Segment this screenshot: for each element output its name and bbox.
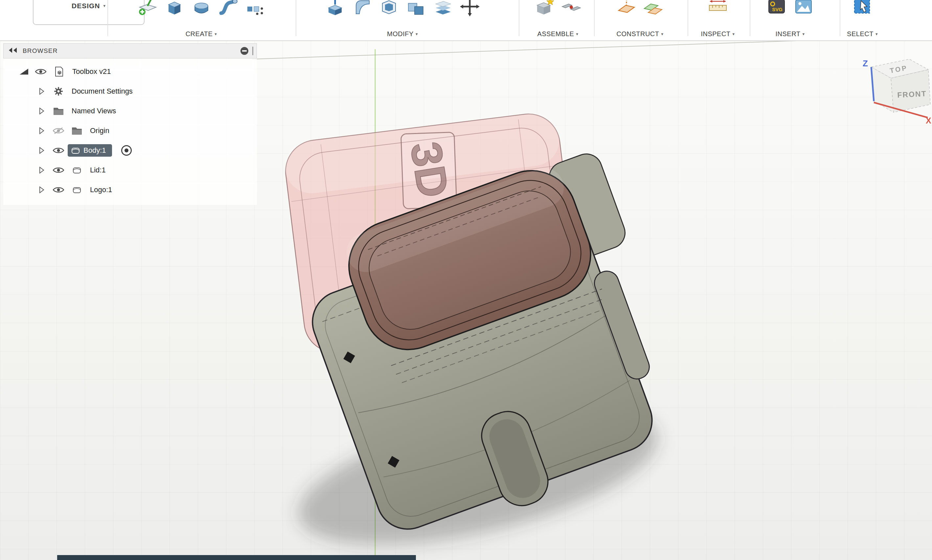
- extrude-icon[interactable]: [164, 0, 185, 18]
- browser-panel: BROWSER Toolbox v21: [3, 43, 257, 205]
- top-toolbar: DESIGN ▾: [0, 0, 932, 41]
- joint-icon[interactable]: [561, 0, 582, 18]
- toolbar-group-select: SELECT▾: [845, 0, 880, 40]
- chevron-down-icon: ▾: [733, 32, 735, 37]
- browser-tree: Toolbox v21 Document Settings: [3, 58, 257, 205]
- toolbar-divider: [108, 0, 108, 36]
- toolbar-divider: [594, 0, 595, 36]
- expand-arrow-icon[interactable]: [36, 108, 47, 115]
- shell-icon[interactable]: [378, 0, 400, 18]
- construct-menu-button[interactable]: CONSTRUCT▾: [602, 30, 678, 38]
- expand-arrow-icon[interactable]: [36, 127, 47, 134]
- grid-horizon-line: [252, 40, 932, 59]
- visibility-eye-icon[interactable]: [34, 68, 48, 75]
- draft-icon[interactable]: [432, 0, 453, 18]
- visibility-eye-icon[interactable]: [51, 186, 66, 194]
- browser-item-label: Named Views: [72, 107, 116, 115]
- browser-item-body-1[interactable]: Body:1: [3, 141, 257, 160]
- measure-icon[interactable]: [707, 0, 728, 18]
- gear-icon: [51, 86, 66, 96]
- design-menu-label: DESIGN: [72, 2, 100, 10]
- move-copy-icon[interactable]: [459, 0, 480, 18]
- toolbar-divider: [840, 0, 840, 36]
- browser-item-named-views[interactable]: Named Views: [3, 101, 257, 121]
- browser-item-logo-1[interactable]: Logo:1: [3, 180, 257, 200]
- modify-menu-button[interactable]: MODIFY▾: [301, 30, 504, 38]
- chevron-down-icon: ▾: [802, 32, 804, 37]
- activate-body-radio[interactable]: [121, 145, 132, 156]
- browser-item-toolbox[interactable]: Toolbox v21: [3, 62, 257, 82]
- folder-icon: [70, 126, 84, 135]
- folder-icon: [51, 107, 66, 115]
- create-sketch-icon[interactable]: [137, 0, 158, 18]
- chevron-down-icon: ▾: [661, 32, 664, 37]
- browser-item-origin[interactable]: Origin: [3, 121, 257, 141]
- toolbar-group-modify: MODIFY▾: [301, 0, 504, 40]
- toolbar-group-inspect: INSPECT▾: [694, 0, 742, 40]
- expand-arrow-icon[interactable]: [36, 166, 47, 174]
- revolve-icon[interactable]: [191, 0, 212, 18]
- expand-arrow-icon[interactable]: [36, 147, 47, 154]
- browser-item-label: Origin: [90, 126, 109, 135]
- browser-item-lid-1[interactable]: Lid:1: [3, 160, 257, 180]
- browser-header: BROWSER: [3, 43, 257, 58]
- insert-svg-icon[interactable]: SVG: [766, 0, 787, 18]
- midplane-icon[interactable]: [643, 0, 664, 18]
- toolbar-divider: [750, 0, 751, 36]
- offset-plane-icon[interactable]: [616, 0, 637, 18]
- visibility-eye-icon[interactable]: [51, 146, 66, 154]
- body-icon: [70, 185, 84, 194]
- toolbar-divider: [519, 0, 519, 36]
- browser-title: BROWSER: [23, 47, 240, 54]
- active-document-marker-icon: [20, 69, 28, 75]
- toolbar-divider: [296, 0, 296, 36]
- canvas-image-icon[interactable]: [793, 0, 814, 18]
- browser-item-label: Body:1: [83, 146, 106, 155]
- new-component-icon[interactable]: [534, 0, 555, 18]
- document-icon: [52, 66, 66, 77]
- panel-resize-grip[interactable]: [252, 47, 253, 55]
- toolbar-group-create: CREATE▾: [112, 0, 291, 40]
- combine-icon[interactable]: [405, 0, 426, 18]
- chevron-down-icon: ▾: [103, 3, 106, 8]
- visibility-eye-off-icon[interactable]: [51, 127, 66, 135]
- toolbar-group-construct: CONSTRUCT▾: [602, 0, 678, 40]
- insert-menu-button[interactable]: INSERT▾: [756, 30, 824, 38]
- browser-item-label: Lid:1: [90, 166, 106, 174]
- toolbar-group-insert: SVG INSERT▾: [756, 0, 824, 40]
- z-axis-label: Z: [863, 58, 868, 68]
- toolbar-group-assemble: ASSEMBLE▾: [523, 0, 593, 40]
- inspect-menu-button[interactable]: INSPECT▾: [694, 30, 742, 38]
- sweep-icon[interactable]: [218, 0, 239, 18]
- create-menu-button[interactable]: CREATE▾: [112, 30, 291, 38]
- assemble-menu-button[interactable]: ASSEMBLE▾: [523, 30, 593, 38]
- timeline-bar[interactable]: [57, 555, 416, 560]
- chevron-down-icon: ▾: [415, 32, 418, 37]
- svg-text:3D: 3D: [401, 138, 458, 201]
- remove-panel-icon[interactable]: [240, 47, 248, 55]
- browser-item-document-settings[interactable]: Document Settings: [3, 82, 257, 101]
- expand-arrow-icon[interactable]: [36, 186, 47, 194]
- body-icon: [71, 146, 80, 155]
- rectangular-pattern-icon[interactable]: [245, 0, 266, 18]
- selected-item-highlight[interactable]: Body:1: [68, 144, 112, 157]
- select-menu-button[interactable]: SELECT▾: [845, 30, 880, 38]
- browser-item-label: Toolbox v21: [72, 67, 111, 76]
- visibility-eye-icon[interactable]: [51, 166, 66, 174]
- press-pull-icon[interactable]: [325, 0, 346, 18]
- toolbar-divider: [687, 0, 688, 36]
- chevron-down-icon: ▾: [875, 32, 878, 37]
- body-icon: [70, 166, 84, 175]
- browser-item-label: Document Settings: [72, 87, 133, 95]
- x-axis-label: X: [926, 116, 931, 124]
- viewcube-front-label[interactable]: FRONT: [897, 89, 927, 100]
- fillet-icon[interactable]: [352, 0, 372, 18]
- select-cursor-icon[interactable]: [852, 0, 873, 18]
- svg-text:SVG: SVG: [772, 6, 783, 12]
- chevron-down-icon: ▾: [215, 32, 217, 37]
- collapse-panel-icon[interactable]: [8, 47, 17, 55]
- view-cube[interactable]: Z X TOP FRONT: [860, 52, 932, 124]
- expand-arrow-icon[interactable]: [36, 88, 47, 95]
- chevron-down-icon: ▾: [576, 32, 578, 37]
- browser-item-label: Logo:1: [90, 186, 112, 194]
